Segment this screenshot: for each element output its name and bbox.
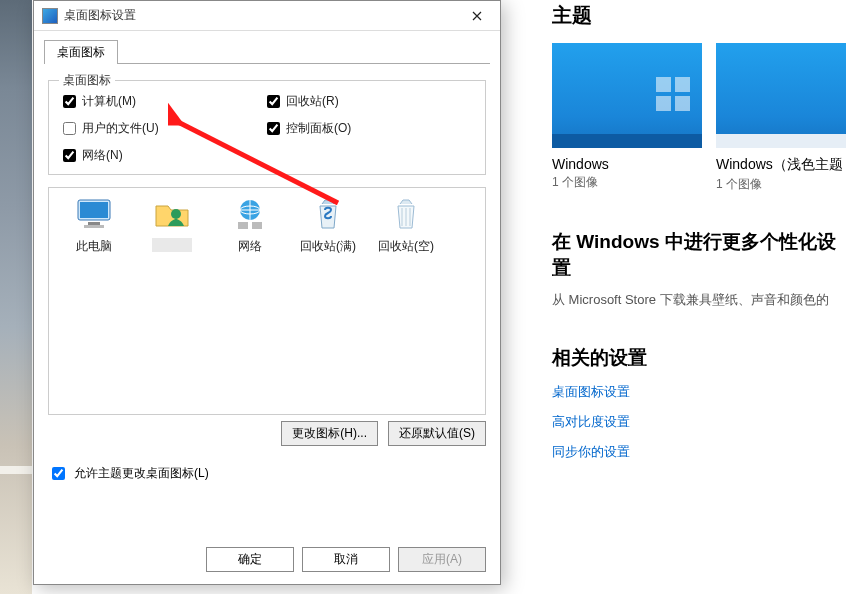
- group-legend: 桌面图标: [59, 72, 115, 89]
- icon-listview[interactable]: 此电脑 网络 回收站(满) 回收站(空): [48, 187, 486, 415]
- apply-button[interactable]: 应用(A): [398, 547, 486, 572]
- related-settings-heading: 相关的设置: [552, 345, 850, 371]
- change-icon-button[interactable]: 更改图标(H)...: [281, 421, 378, 446]
- svg-rect-1: [80, 202, 108, 218]
- monitor-icon: [74, 196, 114, 232]
- more-personalization-heading: 在 Windows 中进行更多个性化设置: [552, 229, 850, 281]
- icon-label: 回收站(满): [289, 238, 367, 255]
- theme-subtitle: 1 个图像: [552, 174, 702, 191]
- desktop-icon-settings-dialog: 桌面图标设置 桌面图标 桌面图标 计算机(M) 回收站(R) 用户的文件(U): [33, 0, 501, 585]
- theme-name: Windows（浅色主题: [716, 156, 846, 174]
- icon-label-redacted: [152, 238, 192, 252]
- svg-rect-8: [252, 222, 262, 229]
- theme-subtitle: 1 个图像: [716, 176, 846, 193]
- more-personalization-sub: 从 Microsoft Store 下载兼具壁纸、声音和颜色的: [552, 291, 850, 309]
- checkbox-label: 计算机(M): [82, 93, 136, 110]
- svg-rect-2: [88, 222, 100, 225]
- checkbox-controlpanel[interactable]: 控制面板(O): [267, 120, 471, 137]
- settings-right-pane: 主题 Windows 1 个图像 Windows（浅色主题 1 个图像 在 Wi…: [540, 0, 850, 594]
- checkbox-label: 允许主题更改桌面图标(L): [74, 465, 209, 482]
- theme-thumbnail: [716, 43, 846, 148]
- network-icon: [230, 196, 270, 232]
- link-desktop-icon-settings[interactable]: 桌面图标设置: [552, 383, 850, 401]
- group-desktop-icons: 桌面图标 计算机(M) 回收站(R) 用户的文件(U) 控制面板(O) 网络(N…: [48, 80, 486, 175]
- icon-label: 网络: [211, 238, 289, 255]
- icon-user-files[interactable]: [133, 196, 211, 252]
- icon-this-pc[interactable]: 此电脑: [55, 196, 133, 255]
- themes-heading: 主题: [552, 2, 850, 29]
- svg-rect-3: [84, 225, 104, 228]
- recycle-empty-icon: [386, 196, 426, 232]
- theme-card-windows[interactable]: Windows 1 个图像: [552, 43, 702, 193]
- link-high-contrast[interactable]: 高对比度设置: [552, 413, 850, 431]
- user-folder-icon: [152, 196, 192, 232]
- tab-desktop-icons[interactable]: 桌面图标: [44, 40, 118, 64]
- checkbox-userfiles[interactable]: 用户的文件(U): [63, 120, 267, 137]
- ok-button[interactable]: 确定: [206, 547, 294, 572]
- titlebar[interactable]: 桌面图标设置: [34, 1, 500, 31]
- checkbox-computer[interactable]: 计算机(M): [63, 93, 267, 110]
- restore-defaults-button[interactable]: 还原默认值(S): [388, 421, 486, 446]
- icon-recyclebin-empty[interactable]: 回收站(空): [367, 196, 445, 255]
- recycle-full-icon: [308, 196, 348, 232]
- close-icon: [472, 11, 482, 21]
- checkbox-network[interactable]: 网络(N): [63, 147, 267, 164]
- close-button[interactable]: [454, 1, 500, 31]
- checkbox-allow-themes[interactable]: 允许主题更改桌面图标(L): [48, 464, 486, 483]
- icon-label: 此电脑: [55, 238, 133, 255]
- theme-thumbnail: [552, 43, 702, 148]
- svg-point-4: [171, 209, 181, 219]
- checkbox-label: 控制面板(O): [286, 120, 351, 137]
- checkbox-recyclebin[interactable]: 回收站(R): [267, 93, 471, 110]
- cancel-button[interactable]: 取消: [302, 547, 390, 572]
- svg-rect-7: [238, 222, 248, 229]
- theme-name: Windows: [552, 156, 702, 172]
- desktop-background: [0, 0, 32, 594]
- window-title: 桌面图标设置: [64, 7, 136, 24]
- theme-card-windows-light[interactable]: Windows（浅色主题 1 个图像: [716, 43, 846, 193]
- checkbox-label: 用户的文件(U): [82, 120, 159, 137]
- icon-recyclebin-full[interactable]: 回收站(满): [289, 196, 367, 255]
- app-icon: [42, 8, 58, 24]
- link-sync-settings[interactable]: 同步你的设置: [552, 443, 850, 461]
- icon-label: 回收站(空): [367, 238, 445, 255]
- checkbox-label: 回收站(R): [286, 93, 339, 110]
- icon-network[interactable]: 网络: [211, 196, 289, 255]
- checkbox-label: 网络(N): [82, 147, 123, 164]
